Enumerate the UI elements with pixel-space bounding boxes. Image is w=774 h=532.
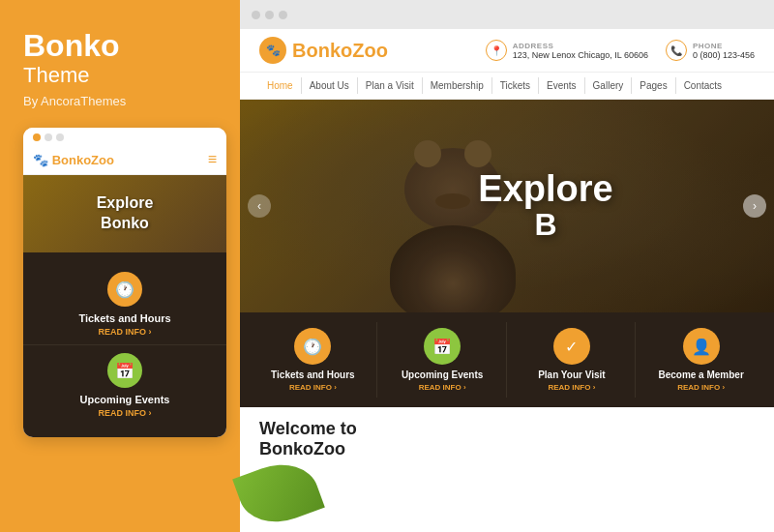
browser-dot-3 [56,133,64,141]
nav-contacts[interactable]: Contacts [676,77,729,94]
nav-pages[interactable]: Pages [632,77,675,94]
left-panel: Bonko Theme By AncoraThemes 🐾 BonkoZoo ≡… [0,0,240,532]
feat-tickets-read[interactable]: READ INFO [289,383,337,392]
site-nav: Home About Us Plan a Visit Membership Ti… [240,73,774,100]
site-header: 🐾 BonkoZoo 📍 ADDRESS 123, New Lenox Chic… [240,29,774,73]
mobile-tickets-read[interactable]: READ INFO [99,327,152,337]
welcome-title: Welcome to BonkoZoo [259,419,755,459]
phone-label: PHONE [693,42,755,50]
phone-icon: 📞 [666,40,687,61]
mobile-preview-card: 🐾 BonkoZoo ≡ Explore Bonko 🕐 Tickets and… [23,128,226,437]
mobile-logo: 🐾 BonkoZoo [33,153,114,167]
header-info: 📍 ADDRESS 123, New Lenox Chicago, IL 606… [486,40,755,61]
browser-dot-2 [45,133,52,141]
feat-plan-icon: ✓ [553,328,590,365]
hero-prev-button[interactable]: ‹ [248,194,271,218]
nav-gallery[interactable]: Gallery [585,77,633,94]
hero-b: B [478,207,612,243]
hero-text: Explore B [478,170,612,243]
feature-events: 📅 Upcoming Events READ INFO [379,322,507,398]
desktop-browser-chrome [240,0,774,29]
mobile-logo-text: BonkoZoo [52,153,114,167]
address-label: ADDRESS [513,42,648,50]
nav-about[interactable]: About Us [302,77,358,94]
feat-member-read[interactable]: READ INFO [677,383,725,392]
mobile-hero-text: Explore Bonko [97,193,154,234]
site-logo: 🐾 BonkoZoo [259,37,388,64]
feature-plan: ✓ Plan Your Visit READ INFO [509,322,637,398]
logo-text: BonkoZoo [292,40,388,62]
feat-events-read[interactable]: READ INFO [419,383,466,392]
chrome-dot-2 [265,11,274,19]
mobile-hero-bg: Explore Bonko [23,175,226,252]
tickets-icon-circle: 🕐 [107,272,142,307]
features-bar: 🕐 Tickets and Hours READ INFO 📅 Upcoming… [240,312,774,407]
mobile-browser-chrome [23,128,226,147]
site-hero: Explore B ‹ › [240,100,774,312]
feature-tickets: 🕐 Tickets and Hours READ INFO [250,322,377,398]
feat-member-icon: 👤 [683,328,720,365]
header-address: 📍 ADDRESS 123, New Lenox Chicago, IL 606… [486,40,648,61]
feat-tickets-title: Tickets and Hours [271,369,355,380]
welcome-text: Welcome to BonkoZoo [259,419,755,463]
feat-member-title: Become a Member [658,369,743,380]
location-icon: 📍 [486,40,507,61]
events-icon-circle: 📅 [107,353,142,388]
desktop-preview: 🐾 BonkoZoo 📍 ADDRESS 123, New Lenox Chic… [240,0,774,532]
feat-events-title: Upcoming Events [402,369,483,380]
hero-explore: Explore [478,170,612,207]
mobile-feature-events: 📅 Upcoming Events READ INFO [23,345,226,426]
browser-dot-1 [33,133,41,141]
feat-events-icon: 📅 [424,328,461,365]
feat-tickets-icon: 🕐 [294,328,331,365]
mobile-events-read[interactable]: READ INFO [99,408,152,418]
feature-member: 👤 Become a Member READ INFO [638,322,764,398]
chrome-dot-1 [252,11,260,19]
nav-membership[interactable]: Membership [423,77,492,94]
logo-icon: 🐾 [259,37,286,64]
address-value: 123, New Lenox Chicago, IL 60606 [513,50,648,60]
nav-home[interactable]: Home [259,77,302,94]
hamburger-icon[interactable]: ≡ [208,151,217,168]
nav-tickets[interactable]: Tickets [492,77,539,94]
hero-next-button[interactable]: › [743,194,766,218]
welcome-section: Welcome to BonkoZoo [240,407,774,475]
theme-title: Bonko [23,29,217,63]
header-phone: 📞 PHONE 0 (800) 123-456 [666,40,755,61]
mobile-feature-tickets: 🕐 Tickets and Hours READ INFO [23,264,226,345]
phone-value: 0 (800) 123-456 [693,50,755,60]
mobile-events-title: Upcoming Events [80,394,170,405]
mobile-nav: 🐾 BonkoZoo ≡ [23,147,226,175]
chrome-dot-3 [279,11,287,19]
mobile-features: 🕐 Tickets and Hours READ INFO 📅 Upcoming… [23,252,226,437]
nav-events[interactable]: Events [539,77,585,94]
theme-subtitle: Theme [23,63,217,88]
mobile-hero: Explore Bonko [23,175,226,252]
theme-by: By AncoraThemes [23,94,217,108]
feat-plan-read[interactable]: READ INFO [548,383,595,392]
nav-plan[interactable]: Plan a Visit [358,77,423,94]
mobile-tickets-title: Tickets and Hours [78,312,170,324]
feat-plan-title: Plan Your Visit [538,369,605,380]
